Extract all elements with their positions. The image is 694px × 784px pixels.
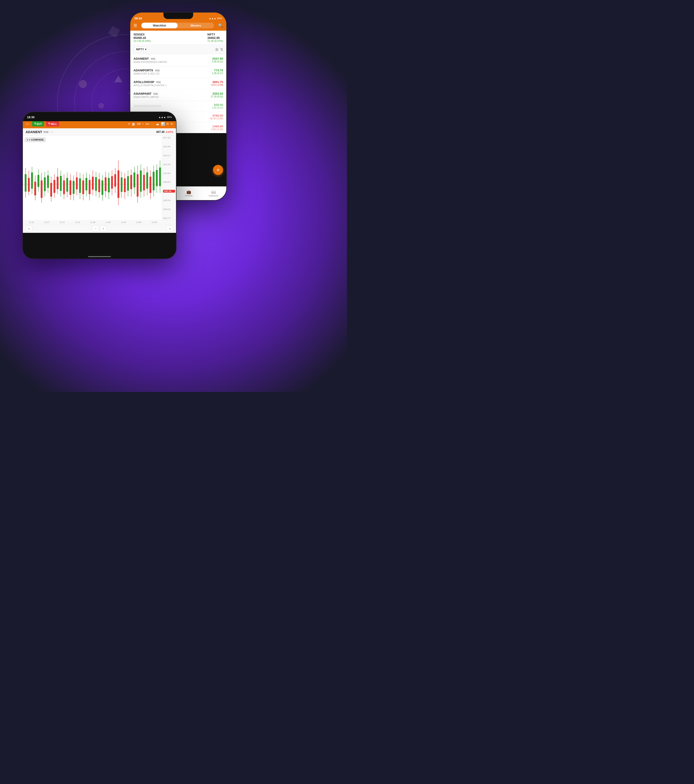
- interval-label[interactable]: 1m: [145, 122, 149, 125]
- svg-rect-20: [54, 180, 55, 193]
- sensex-label: SENSEX: [133, 33, 151, 36]
- chart-toolbar: + ▦ 1M ▾ 1m — ⛰ 📊 fx ✏: [128, 122, 173, 126]
- svg-rect-86: [159, 167, 161, 186]
- price-partial-3: 1489.80: [211, 125, 223, 128]
- chevron-down-icon: ▾: [145, 48, 146, 51]
- change-adanient: 5.35 (0.21): [212, 60, 223, 63]
- svg-rect-68: [130, 175, 132, 189]
- time-1: 11:10: [29, 221, 34, 224]
- stock-item-apollohosp[interactable]: APOLLOHOSP NSE APOLLO HOSPITALS ENTER. L…: [130, 77, 226, 89]
- fx-icon[interactable]: fx: [167, 122, 169, 125]
- search-icon-watchlist[interactable]: 🔍: [218, 23, 223, 28]
- nifty-change: 71.30 (0.37%): [207, 40, 223, 42]
- time-3: 11:24: [60, 221, 65, 224]
- sell-button[interactable]: ₹ SELL: [46, 121, 59, 127]
- sort-icon[interactable]: ⇅: [220, 47, 223, 52]
- filter-select[interactable]: NIFTY ▾: [133, 47, 149, 52]
- name-apollohosp: APOLLO HOSPITALS ENTER. L: [133, 84, 167, 87]
- exchange-adaniports: NSE: [155, 69, 160, 72]
- nifty-label: NIFTY: [207, 33, 223, 36]
- price-level-10: 2401.77: [163, 217, 175, 219]
- pen-icon[interactable]: ✏: [171, 122, 173, 126]
- indicators-icon[interactable]: 📊: [161, 122, 165, 126]
- chart-nav-bottom: « − + »: [23, 224, 176, 233]
- price-level-2: 2415.89: [163, 145, 175, 148]
- add-icon[interactable]: +: [128, 122, 130, 126]
- index-nifty: NIFTY 19452.95 71.30 (0.37%): [207, 33, 223, 42]
- time-7: 11:53: [121, 221, 126, 224]
- grid-icon[interactable]: ⊞: [215, 47, 218, 52]
- bottom-item-portfolio[interactable]: 💼 Portfolio: [185, 190, 192, 197]
- notch-watchlist: [163, 13, 193, 19]
- chart-price-value: 407.40: [156, 130, 164, 133]
- orderbook-label: Orderbook: [209, 194, 218, 197]
- zoom-buttons: − +: [92, 226, 107, 231]
- svg-rect-30: [69, 180, 71, 195]
- index-sensex: SENSEX 65458.18 217.50 (0.33%): [133, 33, 151, 42]
- zoom-out-btn[interactable]: −: [92, 226, 99, 231]
- svg-rect-70: [133, 173, 135, 187]
- sell-label: SELL: [51, 123, 57, 125]
- stock-item-adaniports[interactable]: ADANIPORTS NSE ADANI PORT & SEZ LTD 774.…: [130, 66, 226, 77]
- battery-watchlist: 84%: [217, 17, 222, 20]
- fab-button[interactable]: ≡: [213, 165, 223, 175]
- svg-rect-50: [102, 180, 103, 195]
- bottom-item-orderbook[interactable]: 📖 Orderbook: [209, 190, 218, 197]
- svg-rect-14: [44, 178, 46, 191]
- svg-rect-28: [66, 178, 68, 192]
- svg-rect-6: [31, 173, 33, 189]
- zoom-in-btn[interactable]: +: [100, 226, 107, 231]
- timeframe-label[interactable]: 1M: [137, 122, 141, 125]
- phone-chart: 18:30 ▲▲▲ 46% ← ₹ BUY ₹ SELL + ▦ 1M ▾ 1m…: [23, 112, 176, 259]
- change-asianpaint: 17.20 (0.52): [211, 96, 223, 98]
- stock-item-adanient[interactable]: ADANIENT NSE ADANI ENTERPRISES LIMITED 2…: [130, 54, 226, 66]
- name-adanient: ADANI ENTERPRISES LIMITED: [133, 61, 167, 63]
- candle-icon[interactable]: ▦: [132, 122, 135, 126]
- buy-button[interactable]: ₹ BUY: [32, 121, 44, 127]
- rupee-buy-icon: ₹: [34, 122, 36, 125]
- compare-button[interactable]: + + COMPARE: [25, 137, 46, 142]
- price-level-4: 2412.36: [163, 163, 175, 166]
- nifty-value: 19452.95: [207, 36, 223, 40]
- filter-icons: ⊞ ⇅: [215, 47, 223, 52]
- signal-chart-icon: ▲▲▲: [158, 116, 166, 119]
- nav-left-btn[interactable]: «: [26, 226, 32, 231]
- price-adanient: 2537.95: [212, 57, 223, 60]
- svg-rect-34: [76, 178, 78, 189]
- svg-rect-84: [156, 170, 158, 186]
- status-icons-watchlist: ▲▲▲ 84%: [209, 17, 222, 20]
- notch-chart: [86, 112, 113, 118]
- change-adaniports: 1.35 (0.17): [212, 72, 223, 74]
- orderbook-icon: 📖: [211, 190, 216, 194]
- svg-rect-24: [60, 176, 62, 191]
- svg-rect-46: [95, 177, 97, 191]
- svg-rect-16: [47, 175, 49, 188]
- hamburger-icon[interactable]: ☰: [133, 23, 137, 28]
- nav-right-btn[interactable]: »: [167, 226, 173, 231]
- svg-rect-22: [57, 177, 59, 189]
- svg-rect-38: [82, 180, 84, 194]
- symbol-partial-1: [133, 105, 161, 107]
- price-asianpaint: 3353.55: [211, 92, 223, 96]
- svg-rect-2: [25, 174, 26, 192]
- svg-rect-78: [146, 173, 148, 189]
- svg-rect-8: [34, 181, 36, 195]
- stock-item-asianpaint[interactable]: ASIANPAINT NSE ASIAN PAINTS LIMITED 3353…: [130, 89, 226, 101]
- price-adaniports: 774.70: [212, 69, 223, 72]
- mountain-icon[interactable]: ⛰: [156, 122, 159, 126]
- svg-rect-32: [73, 181, 74, 194]
- back-icon[interactable]: ←: [26, 121, 30, 127]
- time-2: 11:17: [44, 221, 49, 224]
- price-axis: 2417.65 2415.89 2414.12 2412.36 2410.59 …: [162, 136, 176, 220]
- svg-rect-80: [150, 177, 151, 193]
- price-apollohosp: 4991.75: [211, 80, 223, 84]
- sensex-change: 217.50 (0.33%): [133, 40, 151, 42]
- svg-rect-58: [114, 174, 116, 187]
- tab-movers[interactable]: Movers: [178, 23, 214, 28]
- more-options-icon[interactable]: ⋯: [50, 130, 54, 134]
- svg-rect-74: [140, 170, 142, 192]
- tab-watchlist[interactable]: Watchlist: [141, 23, 178, 28]
- home-bar-chart: [88, 256, 111, 257]
- svg-rect-54: [108, 178, 110, 192]
- stock-item-partial-1[interactable]: 939.50 3.95 (0.42): [130, 101, 226, 112]
